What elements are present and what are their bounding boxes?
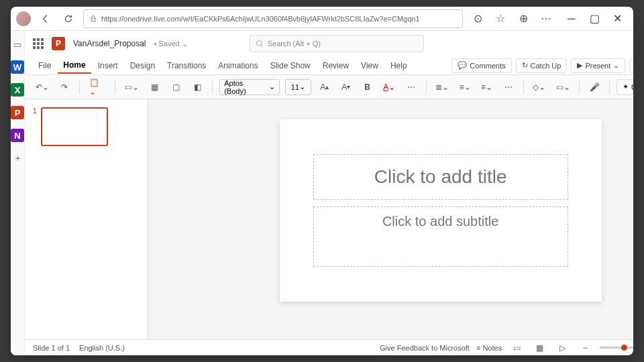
read-aloud-icon[interactable]: ⊙	[470, 11, 486, 27]
menu-icon[interactable]: ⋯	[538, 11, 554, 27]
browser-toolbar: https://onedrive.live.com/w/t/EaCKkPs6Ac…	[11, 7, 633, 31]
slide-thumbnail-1[interactable]	[41, 107, 108, 146]
tab-transitions[interactable]: Transitions	[162, 58, 211, 73]
sorter-view-button[interactable]: ▦	[531, 339, 547, 356]
dictate-button[interactable]: 🎤	[586, 78, 602, 96]
arrange-button[interactable]: ▭⌄	[553, 78, 572, 96]
rail-home-icon[interactable]: ▭	[11, 38, 24, 51]
document-title[interactable]: VanArsdel_Proposal	[73, 39, 146, 48]
tab-slideshow[interactable]: Slide Show	[265, 58, 316, 73]
title-bar: P VanArsdel_Proposal • Saved ⌄ Search (A…	[25, 31, 633, 56]
align-button[interactable]: ≡⌄	[478, 78, 494, 96]
slide[interactable]: Click to add title Click to add subtitle	[280, 119, 602, 302]
favorites-icon[interactable]: ☆	[492, 11, 508, 27]
catchup-button[interactable]: ↻ Catch Up	[516, 58, 568, 73]
thumb-number: 1	[33, 107, 37, 146]
slide-thumbnails: 1	[25, 99, 148, 339]
app-rail: ▭ W X P N ＋	[11, 31, 25, 355]
url-text: https://onedrive.live.com/w/t/EaCKkPs6Ac…	[101, 15, 420, 23]
svg-point-1	[256, 41, 262, 46]
search-icon	[256, 40, 264, 48]
copilot-button[interactable]: ✦ Copilot	[616, 79, 633, 95]
browser-window: https://onedrive.live.com/w/t/EaCKkPs6Ac…	[11, 7, 633, 355]
numbering-button[interactable]: ≡⌄	[457, 78, 473, 96]
lock-icon	[89, 15, 97, 23]
title-placeholder[interactable]: Click to add title	[313, 154, 568, 200]
ribbon-tabs: File Home Insert Design Transitions Anim…	[25, 56, 633, 75]
comments-button[interactable]: 💬 Comments	[451, 58, 511, 73]
font-selector[interactable]: Aptos (Body) ⌄	[219, 79, 280, 95]
profile-avatar[interactable]	[16, 11, 31, 26]
zoom-slider[interactable]	[600, 347, 633, 349]
back-button[interactable]	[38, 11, 54, 27]
design-ideas-button[interactable]: ◧	[189, 78, 205, 96]
normal-view-button[interactable]: ▭	[508, 339, 525, 356]
tab-file[interactable]: File	[33, 58, 56, 73]
rail-word-icon[interactable]: W	[11, 60, 24, 74]
slide-canvas[interactable]: Click to add title Click to add subtitle…	[148, 99, 633, 339]
more-para-button[interactable]: ⋯	[500, 78, 517, 96]
reset-button[interactable]: ▢	[168, 78, 184, 96]
save-state: • Saved ⌄	[154, 40, 188, 48]
editing-button[interactable]: ✎ Editing ⌄	[629, 58, 633, 73]
font-size-selector[interactable]: 11 ⌄	[285, 79, 311, 95]
shapes-button[interactable]: ◇⌄	[531, 78, 548, 96]
more-font-button[interactable]: ⋯	[403, 78, 419, 96]
minimize-button[interactable]: ─	[561, 9, 582, 28]
tab-view[interactable]: View	[356, 58, 384, 73]
maximize-button[interactable]: ▢	[584, 9, 605, 28]
tab-design[interactable]: Design	[125, 58, 160, 73]
address-bar[interactable]: https://onedrive.live.com/w/t/EaCKkPs6Ac…	[83, 9, 463, 28]
bullets-button[interactable]: ≣⌄	[433, 78, 451, 96]
language-indicator[interactable]: English (U.S.)	[79, 344, 125, 352]
rail-onenote-icon[interactable]: N	[11, 129, 24, 142]
refresh-button[interactable]	[60, 11, 76, 27]
zoom-out-button[interactable]: −	[577, 339, 593, 356]
rail-add-icon[interactable]: ＋	[11, 152, 24, 165]
paste-button[interactable]: 📋⌄	[87, 78, 108, 96]
tab-review[interactable]: Review	[317, 58, 354, 73]
search-input[interactable]: Search (Alt + Q)	[250, 35, 424, 52]
new-slide-button[interactable]: ▭⌄	[122, 78, 141, 96]
tab-insert[interactable]: Insert	[93, 58, 123, 73]
tab-home[interactable]: Home	[58, 58, 91, 74]
svg-rect-0	[91, 18, 95, 21]
font-color-button[interactable]: A⌄	[381, 78, 398, 96]
layout-button[interactable]: ▦	[146, 78, 162, 96]
undo-button[interactable]: ↶⌄	[33, 78, 51, 96]
ribbon-toolbar: ↶⌄ ↷ 📋⌄ ▭⌄ ▦ ▢ ◧ Aptos (Body) ⌄ 11 ⌄ A▴ …	[25, 75, 633, 99]
collections-icon[interactable]: ⊕	[515, 11, 531, 27]
redo-button[interactable]: ↷	[56, 78, 72, 96]
app-launcher-icon[interactable]	[33, 38, 44, 49]
tab-help[interactable]: Help	[385, 58, 413, 73]
subtitle-placeholder[interactable]: Click to add subtitle	[313, 206, 568, 267]
tab-animations[interactable]: Animations	[213, 58, 263, 73]
grow-font-button[interactable]: A▴	[317, 78, 333, 96]
bold-button[interactable]: B	[360, 78, 376, 96]
close-button[interactable]: ✕	[606, 9, 628, 28]
status-bar: Slide 1 of 1 English (U.S.) Give Feedbac…	[25, 339, 633, 355]
powerpoint-logo-icon: P	[52, 37, 65, 50]
slide-counter: Slide 1 of 1	[33, 344, 70, 352]
present-button[interactable]: ▶ Present ⌄	[571, 58, 625, 73]
notes-button[interactable]: ≡ Notes	[476, 344, 502, 352]
rail-powerpoint-icon[interactable]: P	[11, 106, 24, 119]
rail-excel-icon[interactable]: X	[11, 83, 24, 97]
shrink-font-button[interactable]: A▾	[338, 78, 354, 96]
reading-view-button[interactable]: ▷	[554, 339, 570, 356]
feedback-link[interactable]: Give Feedback to Microsoft	[380, 344, 470, 352]
